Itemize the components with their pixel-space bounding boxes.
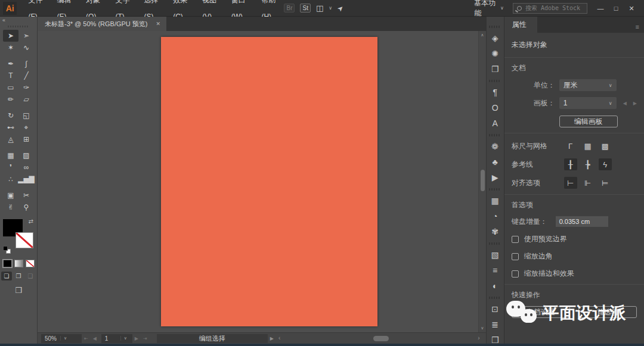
scroll-right-icon[interactable]: ›	[478, 335, 479, 341]
minimize-button[interactable]: —	[593, 0, 608, 17]
pen-tool[interactable]: ✒	[3, 58, 18, 70]
draw-inside-mode[interactable]: ❑	[25, 272, 36, 280]
perspective-grid-tool[interactable]: ⊞	[18, 133, 34, 145]
grip-dots[interactable]	[489, 26, 501, 28]
snap-to-point-icon[interactable]: ⊢	[564, 177, 577, 189]
swap-fill-stroke-icon[interactable]: ⇄	[29, 218, 33, 225]
artboard-number-dropdown[interactable]: 1 ∨	[101, 334, 132, 343]
tab-properties[interactable]: 属性	[504, 17, 537, 33]
scroll-left-icon[interactable]: ‹	[278, 335, 280, 341]
eraser-tool[interactable]: ▱	[18, 93, 34, 105]
transform-panel-icon[interactable]: ⊡	[487, 301, 504, 317]
layers-panel-icon[interactable]: ◈	[487, 30, 504, 46]
previous-artboard-icon[interactable]: ◀	[623, 101, 627, 106]
gradient-button[interactable]	[14, 260, 23, 267]
actions-panel-icon[interactable]: ▶	[487, 170, 504, 185]
show-guides-icon[interactable]: ╂	[564, 158, 577, 170]
bridge-button[interactable]: Br	[284, 4, 295, 13]
screen-mode-button[interactable]: ❒	[15, 286, 22, 295]
puppet-warp-tool[interactable]: ⌖	[18, 121, 34, 133]
blend-tool[interactable]: ∞	[18, 161, 34, 173]
scroll-up-icon[interactable]: ∧	[479, 33, 486, 38]
lock-guides-icon[interactable]: ╊	[581, 158, 595, 170]
horizontal-scrollbar-thumb[interactable]	[373, 336, 389, 341]
line-segment-tool[interactable]: ╱	[18, 70, 34, 82]
width-tool[interactable]: ⊷	[3, 121, 18, 133]
grip-dots[interactable]	[489, 188, 501, 191]
pathfinder-panel-icon[interactable]: ❒	[487, 332, 504, 344]
grid-icon[interactable]: ▦	[581, 140, 595, 152]
edit-artboard-button[interactable]: 编辑画板	[559, 116, 618, 127]
panel-grip[interactable]	[8, 26, 29, 27]
grip-dots[interactable]	[489, 297, 501, 299]
grip-dots[interactable]	[489, 242, 501, 245]
curvature-tool[interactable]: ∫	[18, 58, 34, 70]
transparency-grid-icon[interactable]: ▩	[599, 140, 612, 152]
gradient-panel-icon[interactable]: ▧	[487, 247, 504, 263]
artboard-tool[interactable]: ▣	[3, 189, 18, 201]
gradient-tool[interactable]: ▨	[18, 149, 34, 161]
symbol-sprayer-tool[interactable]: ∴	[3, 173, 18, 185]
stroke-panel-icon[interactable]: ≡	[487, 263, 504, 278]
maximize-button[interactable]: □	[608, 0, 624, 17]
draw-normal-mode[interactable]: ❏	[1, 272, 12, 280]
artboards-panel-icon[interactable]: ❐	[487, 61, 504, 77]
scroll-down-icon[interactable]: ∨	[479, 326, 486, 331]
share-icon[interactable]: ➤	[336, 3, 346, 13]
artboard-select[interactable]: 1 ∨	[559, 97, 617, 109]
color-panel-icon[interactable]: ✾	[487, 224, 504, 239]
horizontal-scrollbar[interactable]: ‹ ›	[277, 334, 481, 343]
magic-wand-tool[interactable]: ✶	[3, 42, 18, 54]
selection-tool[interactable]: ➤	[3, 30, 18, 42]
stock-button[interactable]: St	[300, 4, 310, 13]
smart-guides-icon[interactable]: ϟ	[599, 158, 612, 170]
slice-tool[interactable]: ✂	[18, 189, 34, 201]
vertical-scrollbar-thumb[interactable]	[481, 170, 485, 191]
previous-artboard-button[interactable]: ◀	[91, 336, 99, 341]
snap-to-grid-icon[interactable]: ⊩	[581, 177, 595, 189]
align-panel-icon[interactable]: ≣	[487, 317, 504, 332]
color-guide-panel-icon[interactable]: ◔	[487, 208, 504, 224]
close-button[interactable]: ✕	[624, 0, 639, 17]
keyboard-increment-input[interactable]: 0.0353 cm	[556, 216, 608, 227]
transparency-panel-icon[interactable]: ◐	[487, 278, 504, 294]
symbols-panel-icon[interactable]: ♣	[487, 154, 504, 170]
rotate-tool[interactable]: ↻	[3, 110, 18, 121]
status-expand-icon[interactable]: ▶	[268, 336, 276, 341]
character-panel-icon[interactable]: A	[487, 116, 504, 131]
close-icon[interactable]: ✕	[156, 21, 161, 27]
none-button[interactable]	[26, 260, 35, 267]
collapse-panel-icon[interactable]: «	[0, 17, 37, 24]
opentype-panel-icon[interactable]: O	[487, 100, 504, 116]
zoom-level-dropdown[interactable]: 50% ∨	[41, 334, 82, 343]
next-artboard-button[interactable]: ▶	[132, 336, 141, 341]
vertical-scrollbar[interactable]: ∧ ∨	[478, 31, 486, 332]
mesh-tool[interactable]: ▦	[3, 149, 18, 161]
artboard[interactable]	[161, 37, 377, 326]
default-fill-stroke-icon[interactable]	[3, 246, 11, 254]
ruler-icon[interactable]: Γ	[564, 140, 577, 152]
adobe-stock-search-input[interactable]: 搜索 Adobe Stock	[513, 3, 587, 14]
unit-select[interactable]: 厘米 ∨	[559, 79, 617, 91]
shape-builder-tool[interactable]: ◬	[3, 133, 18, 145]
color-button[interactable]	[3, 260, 12, 267]
scale-tool[interactable]: ◱	[18, 110, 34, 121]
next-artboard-icon[interactable]: ▶	[633, 101, 637, 106]
eyedropper-tool[interactable]: ❜	[3, 161, 18, 173]
shaper-tool[interactable]: ✏	[3, 93, 18, 105]
paragraph-panel-icon[interactable]: ¶	[487, 85, 504, 100]
status-display[interactable]: 编组选择	[157, 334, 268, 343]
brushes-panel-icon[interactable]: ❁	[487, 139, 504, 154]
workspace-switcher[interactable]: 基本功能 ∨	[474, 0, 504, 18]
hand-tool[interactable]: ✌	[3, 201, 18, 213]
checkbox-1[interactable]	[512, 253, 519, 260]
checkbox-2[interactable]	[512, 270, 519, 278]
document-tab[interactable]: 未标题-3* @ 50% (RGB/GPU 预览) ✕	[38, 17, 166, 31]
appearance-panel-icon[interactable]: ✺	[487, 46, 504, 61]
first-artboard-button[interactable]: ⇤	[82, 336, 91, 341]
swatches-panel-icon[interactable]: ▦	[487, 193, 504, 208]
paintbrush-tool[interactable]: ✑	[18, 82, 34, 93]
zoom-tool[interactable]: ⚲	[18, 201, 34, 213]
draw-behind-mode[interactable]: ❐	[13, 272, 24, 280]
column-graph-tool[interactable]: ▂▅▇	[18, 173, 34, 185]
